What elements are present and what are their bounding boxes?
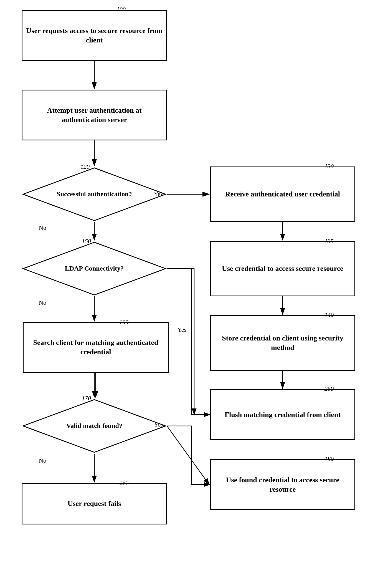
no-label-170: No xyxy=(39,457,46,464)
yes-label-120: Yes xyxy=(154,190,163,198)
box-190: User request fails xyxy=(22,483,167,524)
svg-line-14 xyxy=(167,426,209,484)
ref-160: 160 xyxy=(119,319,128,326)
ref-140: 140 xyxy=(324,311,334,319)
yes-label-170: Yes xyxy=(154,421,163,428)
box-130: Receive authenticated user credential xyxy=(210,166,355,222)
diamond-120-container: Successful authentication? xyxy=(22,166,167,222)
ref-100: 100 xyxy=(116,6,126,13)
ref-180: 180 xyxy=(324,455,334,463)
flowchart-diagram: User requests access to secure resource … xyxy=(0,0,388,588)
ref-190: 190 xyxy=(119,479,128,486)
ref-135: 135 xyxy=(324,238,334,245)
box-160: Search client for matching authenticated… xyxy=(23,322,169,373)
no-label-120: No xyxy=(39,224,46,231)
box-180: Use found credential to access secure re… xyxy=(210,459,355,510)
box-100: User requests access to secure resource … xyxy=(22,10,167,61)
no-label-150: No xyxy=(39,299,46,306)
box-250: Flush matching credential from client xyxy=(210,389,355,440)
ref-130: 130 xyxy=(324,163,334,170)
box-110: Attempt user authentication at authentic… xyxy=(22,90,167,140)
diamond-170-container: Valid match found? xyxy=(22,398,167,454)
box-140: Store credential on client using securit… xyxy=(210,315,355,371)
box-135: Use credential to access secure resource xyxy=(210,241,355,296)
diamond-150-container: LDAP Connectivity? xyxy=(22,241,167,296)
ref-120: 120 xyxy=(80,163,90,170)
ref-250: 250 xyxy=(324,385,334,392)
yes-label-150: Yes xyxy=(177,326,186,333)
ref-170: 170 xyxy=(82,395,91,402)
ref-150: 150 xyxy=(82,238,91,245)
